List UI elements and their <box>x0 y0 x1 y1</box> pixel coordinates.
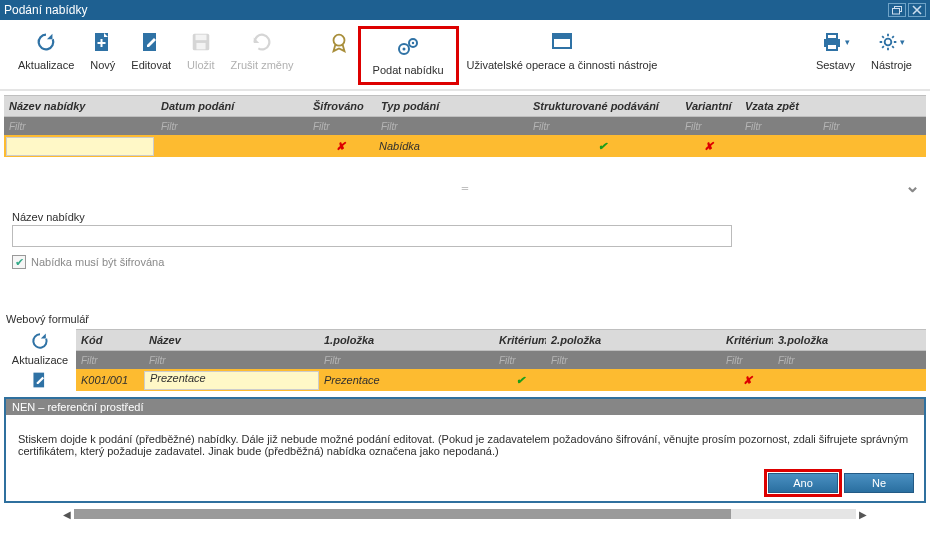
toolbar-label: Uložit <box>187 59 215 71</box>
print-icon: ▾ <box>821 30 850 54</box>
offer-row[interactable]: ✘ Nabídka ✔ ✘ <box>4 135 926 157</box>
save-icon <box>190 30 212 54</box>
user-operations-button[interactable]: Uživatelské operace a činnosti nástroje <box>459 26 666 75</box>
col-header-sifrovano[interactable]: Šifrováno <box>308 100 376 112</box>
filter-cell[interactable]: Filtr <box>680 121 740 132</box>
webform-refresh-button[interactable]: Aktualizace <box>12 331 68 366</box>
filter-cell[interactable]: Filtr <box>546 355 721 366</box>
col-header-p3[interactable]: 3.položka <box>773 334 926 346</box>
scroll-track[interactable] <box>74 509 856 519</box>
gears-icon <box>395 35 421 59</box>
filter-cell[interactable]: Filtr <box>319 355 494 366</box>
toolbar-label: Aktualizace <box>12 354 68 366</box>
offers-grid: Název nabídky Datum podání Šifrováno Typ… <box>0 91 930 203</box>
col-header-typ[interactable]: Typ podání <box>376 100 528 112</box>
svg-rect-5 <box>195 35 206 41</box>
new-button[interactable]: Nový <box>82 26 123 75</box>
restore-window-button[interactable] <box>888 3 906 17</box>
window-title: Podání nabídky <box>4 3 87 17</box>
submit-offer-button[interactable]: Podat nabídku <box>365 31 452 80</box>
scroll-left-icon[interactable]: ◀ <box>60 509 74 520</box>
svg-rect-18 <box>33 373 44 388</box>
nazev-input[interactable] <box>12 225 732 247</box>
filter-cell[interactable]: Filtr <box>721 355 773 366</box>
webform-row[interactable]: K001/001 Prezentace Prezentace ✔ ✘ <box>76 369 926 391</box>
col-header-kod[interactable]: Kód <box>76 334 144 346</box>
filter-cell[interactable]: Filtr <box>528 121 680 132</box>
scroll-right-icon[interactable]: ▶ <box>856 509 870 520</box>
toolbar-label: Nový <box>90 59 115 71</box>
col-header-k2[interactable]: Kritérium <box>721 334 773 346</box>
svg-rect-13 <box>553 34 571 39</box>
cell-k2: ✘ <box>721 374 773 387</box>
filter-cell[interactable]: Filtr <box>76 355 144 366</box>
dialog-no-button[interactable]: Ne <box>844 473 914 493</box>
cell-p1: Prezentace <box>319 374 494 386</box>
refresh-icon <box>35 30 57 54</box>
filter-cell[interactable]: Filtr <box>494 355 546 366</box>
filter-cell[interactable]: Filtr <box>144 355 319 366</box>
refresh-button[interactable]: Aktualizace <box>10 26 82 75</box>
col-header-vzata[interactable]: Vzata zpět <box>740 100 818 112</box>
offer-detail-panel: Název nabídky ✔ Nabídka musí být šifrová… <box>0 203 930 273</box>
grid-header-row: Název nabídky Datum podání Šifrováno Typ… <box>4 95 926 117</box>
badge-icon <box>328 30 350 54</box>
col-header-nazev[interactable]: Název nabídky <box>4 100 156 112</box>
scroll-thumb[interactable] <box>74 509 731 519</box>
col-header-struktur[interactable]: Strukturované podávání <box>528 100 680 112</box>
svg-point-11 <box>412 42 414 44</box>
toolbar-label: Nástroje <box>871 59 912 71</box>
badge-button[interactable] <box>320 26 358 72</box>
col-header-p2[interactable]: 2.položka <box>546 334 721 346</box>
refresh-icon <box>30 331 50 351</box>
toolbar-label: Zrušit změny <box>231 59 294 71</box>
svg-rect-16 <box>827 44 837 50</box>
filter-cell[interactable]: Filtr <box>740 121 818 132</box>
tools-button[interactable]: ▾ Nástroje <box>863 26 920 75</box>
filter-cell[interactable]: Filtr <box>773 355 926 366</box>
col-header-variant[interactable]: Variantní <box>680 100 740 112</box>
submit-highlight: Podat nabídku <box>358 26 459 85</box>
cell-k1: ✔ <box>494 374 546 387</box>
dialog-body: Stiskem dojde k podání (předběžné) nabíd… <box>6 415 924 467</box>
close-window-button[interactable] <box>908 3 926 17</box>
col-header-k1[interactable]: Kritérium <box>494 334 546 346</box>
panel-icon <box>551 30 573 54</box>
filter-cell[interactable]: Filtr <box>156 121 308 132</box>
cell-sifrovano: ✘ <box>306 140 374 153</box>
filter-cell[interactable]: Filtr <box>4 121 156 132</box>
horizontal-scrollbar[interactable]: ◀ ▶ <box>0 505 930 523</box>
cell-kod: K001/001 <box>76 374 144 386</box>
webform-section-label: Webový formulář <box>0 305 930 329</box>
cell-nazev[interactable] <box>6 137 154 156</box>
toolbar-label: Uživatelské operace a činnosti nástroje <box>467 59 658 71</box>
splitter-handle[interactable]: ═ <box>4 183 926 199</box>
filter-cell[interactable]: Filtr <box>376 121 528 132</box>
col-header-datum[interactable]: Datum podání <box>156 100 308 112</box>
svg-rect-6 <box>196 43 205 49</box>
cell-struktur: ✔ <box>526 140 678 153</box>
edit-button[interactable]: Editovat <box>123 26 179 75</box>
col-header-nazev[interactable]: Název <box>144 334 319 346</box>
confirm-dialog: NEN – referenční prostředí Stiskem dojde… <box>4 397 926 503</box>
grid-header-row: Kód Název 1.položka Kritérium 2.položka … <box>76 329 926 351</box>
grid-filter-row: Filtr Filtr Filtr Filtr Filtr Filtr Filt… <box>76 351 926 369</box>
svg-rect-15 <box>827 34 837 39</box>
cancel-changes-button: Zrušit změny <box>223 26 302 75</box>
cell-typ: Nabídka <box>374 140 526 152</box>
encrypt-checkbox: ✔ <box>12 255 26 269</box>
filter-cell[interactable]: Filtr <box>818 121 926 132</box>
cell-variant: ✘ <box>678 140 738 153</box>
col-header-p1[interactable]: 1.položka <box>319 334 494 346</box>
nazev-label: Název nabídky <box>12 211 918 223</box>
reports-button[interactable]: ▾ Sestavy <box>808 26 863 75</box>
cell-nazev[interactable]: Prezentace <box>144 371 319 390</box>
svg-rect-3 <box>143 33 156 51</box>
toolbar-label: Sestavy <box>816 59 855 71</box>
gear-icon: ▾ <box>878 30 905 54</box>
filter-cell[interactable]: Filtr <box>308 121 376 132</box>
dialog-title: NEN – referenční prostředí <box>6 399 924 415</box>
new-icon <box>93 30 113 54</box>
dialog-yes-button[interactable]: Ano <box>768 473 838 493</box>
webform-edit-button[interactable] <box>27 370 53 390</box>
